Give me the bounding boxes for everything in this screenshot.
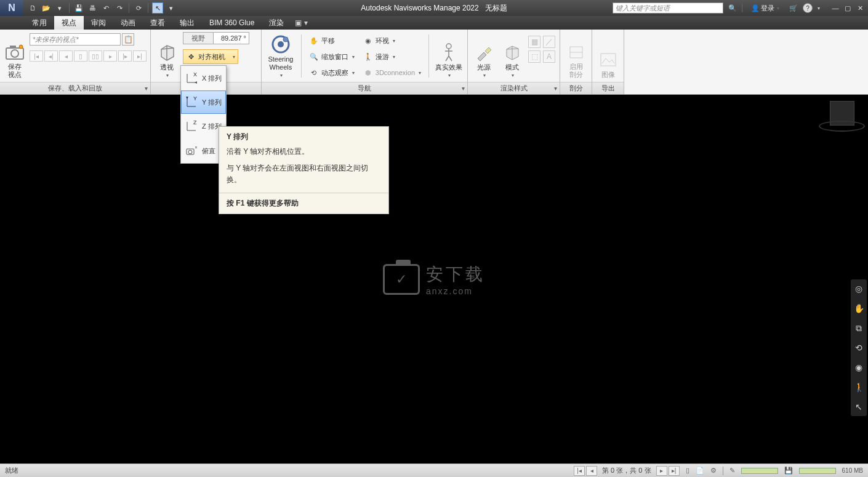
steering-wheels-button[interactable]: Steering Wheels ▾	[265, 32, 296, 80]
refresh-icon[interactable]: ⟳	[133, 2, 144, 14]
panel-save-load: 保存、载入和回放▾	[0, 82, 150, 94]
perspective-button[interactable]: 透视 ▾	[155, 32, 179, 80]
save-viewpoint-button[interactable]: 保存 视点	[4, 32, 26, 80]
navbar-select-icon[interactable]: ↖	[853, 401, 864, 412]
viewpoint-name-input[interactable]: *未保存的视点*	[30, 33, 121, 46]
status-icon3[interactable]: ⚙	[710, 467, 717, 475]
navigation-bar: ◎ ✋ ⧉ ⟲ ◉ 🚶 ↖	[851, 279, 867, 416]
zoom-window-button[interactable]: 🔍缩放窗口▾	[307, 49, 357, 64]
play-icon[interactable]: ▸	[103, 50, 117, 62]
enable-section-button[interactable]: 启用 剖分	[564, 32, 588, 80]
first-icon[interactable]: |◂	[30, 50, 43, 62]
navbar-walk-icon[interactable]: 🚶	[853, 382, 864, 393]
tab-render[interactable]: 渲染	[262, 16, 291, 30]
camera-icon	[5, 42, 25, 62]
walk-icon: 🚶	[363, 52, 373, 62]
light-button[interactable]: 光源▾	[472, 32, 496, 80]
mode-button[interactable]: 模式▾	[500, 32, 524, 80]
orbit-button[interactable]: ⟲动态观察▾	[307, 65, 357, 80]
sheet-next-icon[interactable]: ▸	[656, 466, 667, 476]
tab-view[interactable]: 查看	[143, 16, 172, 30]
style-opt4-icon[interactable]: A	[543, 50, 555, 63]
panel-export: 导出	[592, 82, 624, 94]
navbar-wheel-icon[interactable]: ◎	[853, 283, 864, 294]
rew-icon[interactable]: ◂	[59, 50, 73, 62]
steering-wheel-icon	[271, 34, 291, 54]
redo-icon[interactable]: ↷	[114, 2, 125, 14]
ribbon: 保存 视点 *未保存的视点* 📋 |◂ ◂| ◂ ▯ ▯▯ ▸ |▸ ▸|	[0, 30, 868, 95]
status-ready: 就绪	[5, 466, 18, 475]
fov-label: 视野	[183, 32, 214, 44]
navbar-zoom-icon[interactable]: ⧉	[853, 323, 864, 334]
search-input[interactable]: 键入关键字或短语	[613, 2, 723, 14]
sheet-last-icon[interactable]: ▸|	[669, 466, 680, 476]
save-icon[interactable]: 💾	[73, 2, 84, 14]
next-icon[interactable]: |▸	[118, 50, 132, 62]
cube-shaded-icon	[502, 42, 522, 62]
exchange-icon[interactable]: 🛒	[788, 2, 799, 14]
flashlight-icon	[474, 42, 494, 62]
style-opt1-icon[interactable]: ▦	[528, 36, 540, 48]
pencil-icon[interactable]: ✎	[729, 467, 735, 475]
app-logo[interactable]: N	[0, 0, 23, 16]
svg-point-1	[11, 50, 18, 57]
tabs-overflow-icon[interactable]: ▣ ▾	[291, 16, 311, 30]
tab-animation[interactable]: 动画	[113, 16, 143, 30]
watermark-camera-icon: ✓	[383, 264, 420, 295]
svg-point-7	[446, 44, 451, 49]
reality-button[interactable]: 真实效果▾	[434, 32, 464, 80]
look-button[interactable]: ◉环视▾	[361, 33, 424, 48]
login-button[interactable]: 👤 登录 ▾	[751, 4, 779, 13]
stop-icon[interactable]: ▯	[74, 50, 87, 62]
view-cube[interactable]	[819, 101, 856, 138]
sheet-first-icon[interactable]: |◂	[574, 466, 585, 476]
undo-icon[interactable]: ↶	[100, 2, 111, 14]
viewpoint-dropdown-icon[interactable]: 📋	[122, 33, 134, 46]
style-opt2-icon[interactable]: ／	[543, 36, 555, 48]
qat-dropdown-icon[interactable]: ▾	[166, 2, 177, 14]
panel-renderstyle: 渲染样式▾	[468, 82, 560, 94]
last-icon[interactable]: ▸|	[133, 50, 147, 62]
select-icon[interactable]: ↖	[152, 2, 163, 14]
tab-home[interactable]: 常用	[25, 16, 54, 30]
fov-value-input[interactable]: 89.287 °	[214, 32, 249, 44]
status-icon2[interactable]: 📄	[696, 467, 704, 475]
style-opt3-icon[interactable]: ⬚	[528, 50, 540, 63]
3dconn-icon: ⬢	[363, 68, 373, 78]
navbar-orbit-icon[interactable]: ⟲	[853, 342, 864, 353]
prev-icon[interactable]: ◂|	[44, 50, 58, 62]
align-y-item[interactable]: Y Y 排列	[181, 90, 226, 114]
sheet-prev-icon[interactable]: ◂	[586, 466, 597, 476]
svg-rect-10	[601, 54, 616, 66]
status-icon1[interactable]: ▯	[686, 467, 689, 475]
tab-review[interactable]: 审阅	[84, 16, 113, 30]
align-camera-button[interactable]: ✥ 对齐相机 ▾	[183, 49, 238, 64]
tab-output[interactable]: 输出	[172, 16, 202, 30]
minimize-icon[interactable]: —	[830, 2, 841, 14]
export-image-button[interactable]: 图像	[596, 32, 620, 80]
orbit-icon: ⟲	[309, 68, 319, 78]
svg-rect-2	[10, 46, 16, 49]
pause-icon[interactable]: ▯▯	[89, 50, 102, 62]
align-x-item[interactable]: X X 排列	[181, 66, 226, 90]
panel-section: 剖分	[560, 82, 592, 94]
open-icon[interactable]: 📂	[41, 2, 52, 14]
help-icon[interactable]: ?	[803, 3, 813, 13]
tab-viewpoint[interactable]: 视点	[54, 16, 84, 30]
pan-button[interactable]: ✋平移	[307, 33, 357, 48]
svg-text:Z: Z	[193, 119, 197, 126]
maximize-icon[interactable]: ▢	[842, 2, 853, 14]
window-title: Autodesk Navisworks Manage 2022 无标题	[361, 3, 507, 14]
navbar-look-icon[interactable]: ◉	[853, 362, 864, 373]
tab-bim360[interactable]: BIM 360 Glue	[202, 16, 262, 30]
open-dropdown-icon[interactable]: ▾	[54, 2, 65, 14]
tooltip-title: Y 排列	[219, 127, 388, 146]
navbar-pan-icon[interactable]: ✋	[853, 303, 864, 314]
viewport-3d[interactable]: ✓ 安下载anxz.com ◎ ✋ ⧉ ⟲ ◉ 🚶 ↖	[0, 95, 868, 463]
binoculars-icon[interactable]: 🔍	[727, 2, 738, 14]
new-icon[interactable]: 🗋	[27, 2, 38, 14]
close-icon[interactable]: ✕	[854, 2, 866, 14]
walk-button[interactable]: 🚶漫游▾	[361, 49, 424, 64]
print-icon[interactable]: 🖶	[87, 2, 98, 14]
memory-bar	[741, 468, 778, 474]
